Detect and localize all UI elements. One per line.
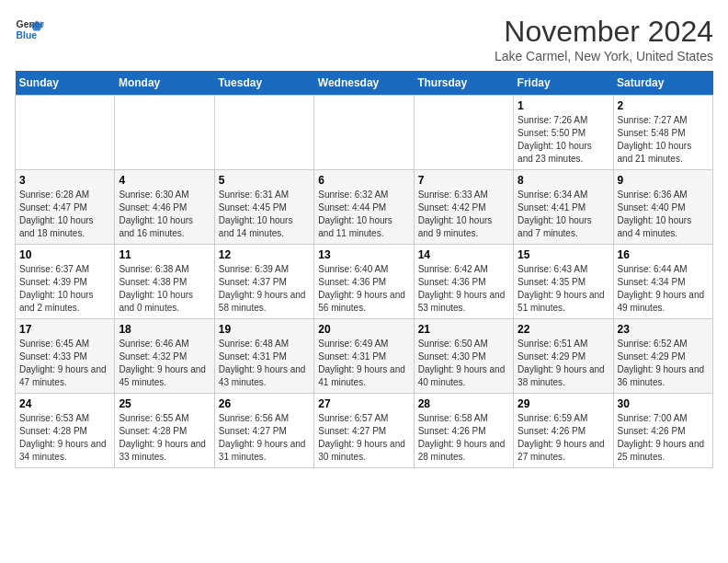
day-number: 9	[618, 174, 709, 187]
day-number: 17	[19, 323, 110, 336]
day-number: 16	[618, 248, 709, 261]
day-info: Sunrise: 6:59 AM Sunset: 4:26 PM Dayligh…	[518, 412, 609, 464]
calendar-cell: 10Sunrise: 6:37 AM Sunset: 4:39 PM Dayli…	[16, 245, 115, 319]
day-of-week-header: Sunday	[16, 71, 115, 96]
day-number: 11	[119, 248, 210, 261]
calendar-cell: 18Sunrise: 6:46 AM Sunset: 4:32 PM Dayli…	[115, 319, 214, 394]
calendar-cell: 23Sunrise: 6:52 AM Sunset: 4:29 PM Dayli…	[613, 319, 712, 394]
day-info: Sunrise: 6:28 AM Sunset: 4:47 PM Dayligh…	[19, 189, 110, 240]
calendar-cell	[414, 96, 513, 170]
day-number: 26	[219, 397, 310, 410]
day-number: 25	[119, 397, 210, 410]
day-info: Sunrise: 6:57 AM Sunset: 4:27 PM Dayligh…	[318, 412, 409, 464]
day-number: 4	[119, 174, 210, 187]
month-title: November 2024	[495, 15, 713, 49]
day-number: 15	[518, 248, 609, 261]
day-info: Sunrise: 7:26 AM Sunset: 5:50 PM Dayligh…	[518, 114, 609, 166]
calendar-cell: 7Sunrise: 6:33 AM Sunset: 4:42 PM Daylig…	[414, 170, 513, 245]
day-info: Sunrise: 7:27 AM Sunset: 5:48 PM Dayligh…	[618, 114, 709, 166]
logo-icon: General Blue	[15, 15, 44, 44]
calendar-cell: 9Sunrise: 6:36 AM Sunset: 4:40 PM Daylig…	[613, 170, 712, 245]
calendar-cell: 21Sunrise: 6:50 AM Sunset: 4:30 PM Dayli…	[414, 319, 513, 394]
day-info: Sunrise: 6:50 AM Sunset: 4:30 PM Dayligh…	[418, 338, 509, 389]
day-number: 29	[518, 397, 609, 410]
day-info: Sunrise: 6:31 AM Sunset: 4:45 PM Dayligh…	[219, 189, 310, 240]
day-of-week-header: Thursday	[414, 71, 513, 96]
day-info: Sunrise: 6:56 AM Sunset: 4:27 PM Dayligh…	[219, 412, 310, 464]
day-number: 28	[418, 397, 509, 410]
day-number: 18	[119, 323, 210, 336]
calendar-cell: 27Sunrise: 6:57 AM Sunset: 4:27 PM Dayli…	[314, 394, 414, 468]
day-number: 1	[518, 99, 609, 112]
calendar-cell: 2Sunrise: 7:27 AM Sunset: 5:48 PM Daylig…	[613, 96, 712, 170]
day-info: Sunrise: 6:46 AM Sunset: 4:32 PM Dayligh…	[119, 338, 210, 389]
day-info: Sunrise: 6:43 AM Sunset: 4:35 PM Dayligh…	[518, 263, 609, 315]
day-info: Sunrise: 6:52 AM Sunset: 4:29 PM Dayligh…	[618, 338, 709, 389]
calendar-cell	[214, 96, 313, 170]
day-info: Sunrise: 6:42 AM Sunset: 4:36 PM Dayligh…	[418, 263, 509, 315]
day-number: 24	[19, 397, 110, 410]
day-info: Sunrise: 6:32 AM Sunset: 4:44 PM Dayligh…	[318, 189, 409, 240]
calendar-header-row: SundayMondayTuesdayWednesdayThursdayFrid…	[16, 71, 713, 96]
calendar-cell: 15Sunrise: 6:43 AM Sunset: 4:35 PM Dayli…	[514, 245, 613, 319]
day-info: Sunrise: 6:44 AM Sunset: 4:34 PM Dayligh…	[618, 263, 709, 315]
calendar-cell: 8Sunrise: 6:34 AM Sunset: 4:41 PM Daylig…	[514, 170, 613, 245]
title-block: November 2024 Lake Carmel, New York, Uni…	[495, 15, 713, 63]
day-info: Sunrise: 7:00 AM Sunset: 4:26 PM Dayligh…	[618, 412, 709, 464]
day-of-week-header: Wednesday	[314, 71, 414, 96]
day-number: 3	[19, 174, 110, 187]
svg-text:Blue: Blue	[17, 30, 38, 40]
day-info: Sunrise: 6:40 AM Sunset: 4:36 PM Dayligh…	[318, 263, 409, 315]
day-number: 20	[318, 323, 409, 336]
day-info: Sunrise: 6:38 AM Sunset: 4:38 PM Dayligh…	[119, 263, 210, 315]
day-info: Sunrise: 6:30 AM Sunset: 4:46 PM Dayligh…	[119, 189, 210, 240]
calendar-cell	[115, 96, 214, 170]
day-number: 6	[318, 174, 409, 187]
calendar-cell: 13Sunrise: 6:40 AM Sunset: 4:36 PM Dayli…	[314, 245, 414, 319]
calendar-cell	[16, 96, 115, 170]
calendar-cell: 24Sunrise: 6:53 AM Sunset: 4:28 PM Dayli…	[16, 394, 115, 468]
day-number: 23	[618, 323, 709, 336]
calendar-cell: 25Sunrise: 6:55 AM Sunset: 4:28 PM Dayli…	[115, 394, 214, 468]
calendar-cell: 19Sunrise: 6:48 AM Sunset: 4:31 PM Dayli…	[214, 319, 313, 394]
day-number: 19	[219, 323, 310, 336]
day-of-week-header: Monday	[115, 71, 214, 96]
calendar-week-row: 1Sunrise: 7:26 AM Sunset: 5:50 PM Daylig…	[16, 96, 713, 170]
calendar-cell: 3Sunrise: 6:28 AM Sunset: 4:47 PM Daylig…	[16, 170, 115, 245]
calendar-cell: 16Sunrise: 6:44 AM Sunset: 4:34 PM Dayli…	[613, 245, 712, 319]
day-info: Sunrise: 6:58 AM Sunset: 4:26 PM Dayligh…	[418, 412, 509, 464]
day-info: Sunrise: 6:53 AM Sunset: 4:28 PM Dayligh…	[19, 412, 110, 464]
page-header: General Blue November 2024 Lake Carmel, …	[15, 15, 713, 63]
calendar-cell: 11Sunrise: 6:38 AM Sunset: 4:38 PM Dayli…	[115, 245, 214, 319]
day-of-week-header: Friday	[514, 71, 613, 96]
day-info: Sunrise: 6:49 AM Sunset: 4:31 PM Dayligh…	[318, 338, 409, 389]
day-info: Sunrise: 6:48 AM Sunset: 4:31 PM Dayligh…	[219, 338, 310, 389]
day-info: Sunrise: 6:55 AM Sunset: 4:28 PM Dayligh…	[119, 412, 210, 464]
day-info: Sunrise: 6:37 AM Sunset: 4:39 PM Dayligh…	[19, 263, 110, 315]
calendar-cell: 6Sunrise: 6:32 AM Sunset: 4:44 PM Daylig…	[314, 170, 414, 245]
calendar-cell: 20Sunrise: 6:49 AM Sunset: 4:31 PM Dayli…	[314, 319, 414, 394]
day-number: 21	[418, 323, 509, 336]
calendar-week-row: 17Sunrise: 6:45 AM Sunset: 4:33 PM Dayli…	[16, 319, 713, 394]
day-info: Sunrise: 6:45 AM Sunset: 4:33 PM Dayligh…	[19, 338, 110, 389]
logo: General Blue	[15, 15, 44, 44]
calendar-cell	[314, 96, 414, 170]
calendar-cell: 17Sunrise: 6:45 AM Sunset: 4:33 PM Dayli…	[16, 319, 115, 394]
day-number: 8	[518, 174, 609, 187]
location: Lake Carmel, New York, United States	[495, 49, 713, 63]
calendar-cell: 12Sunrise: 6:39 AM Sunset: 4:37 PM Dayli…	[214, 245, 313, 319]
day-info: Sunrise: 6:39 AM Sunset: 4:37 PM Dayligh…	[219, 263, 310, 315]
day-number: 12	[219, 248, 310, 261]
day-of-week-header: Saturday	[613, 71, 712, 96]
calendar-cell: 28Sunrise: 6:58 AM Sunset: 4:26 PM Dayli…	[414, 394, 513, 468]
day-info: Sunrise: 6:51 AM Sunset: 4:29 PM Dayligh…	[518, 338, 609, 389]
calendar-cell: 26Sunrise: 6:56 AM Sunset: 4:27 PM Dayli…	[214, 394, 313, 468]
day-number: 10	[19, 248, 110, 261]
day-number: 7	[418, 174, 509, 187]
day-number: 22	[518, 323, 609, 336]
day-number: 2	[618, 99, 709, 112]
day-info: Sunrise: 6:34 AM Sunset: 4:41 PM Dayligh…	[518, 189, 609, 240]
day-info: Sunrise: 6:36 AM Sunset: 4:40 PM Dayligh…	[618, 189, 709, 240]
day-number: 13	[318, 248, 409, 261]
calendar-cell: 4Sunrise: 6:30 AM Sunset: 4:46 PM Daylig…	[115, 170, 214, 245]
